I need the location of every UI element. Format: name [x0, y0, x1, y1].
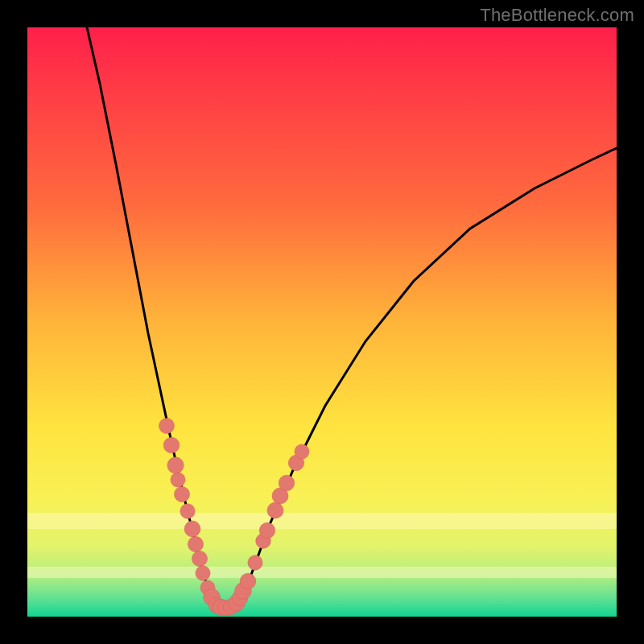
dot-right-0 [229, 595, 246, 612]
dot-right-11 [295, 444, 309, 459]
dot-left-2 [167, 457, 184, 473]
dot-right-8 [272, 488, 288, 504]
dot-left-10 [200, 580, 215, 595]
dot-bottom-3 [223, 599, 239, 615]
dot-left-8 [192, 551, 207, 566]
dot-right-10 [288, 455, 303, 470]
plot-area [27, 27, 617, 617]
dot-right-1 [232, 590, 248, 606]
dot-left-3 [171, 473, 185, 487]
dot-right-9 [279, 475, 295, 491]
dot-left-7 [188, 536, 203, 551]
dot-bottom-1 [213, 599, 229, 615]
dot-right-2 [235, 583, 252, 600]
highlight-band-2 [27, 567, 617, 578]
curve-right-curve [233, 148, 617, 607]
dot-bottom-0 [208, 597, 224, 613]
watermark-text: TheBottleneck.com [480, 5, 634, 26]
dot-right-5 [256, 534, 271, 549]
dot-left-0 [159, 419, 175, 434]
dot-left-1 [163, 437, 180, 453]
chart-frame: TheBottleneck.com [0, 0, 644, 644]
dot-left-11 [204, 589, 221, 606]
highlight-band-1 [27, 513, 617, 529]
dot-left-4 [174, 486, 189, 502]
dot-bottom-2 [217, 600, 233, 615]
